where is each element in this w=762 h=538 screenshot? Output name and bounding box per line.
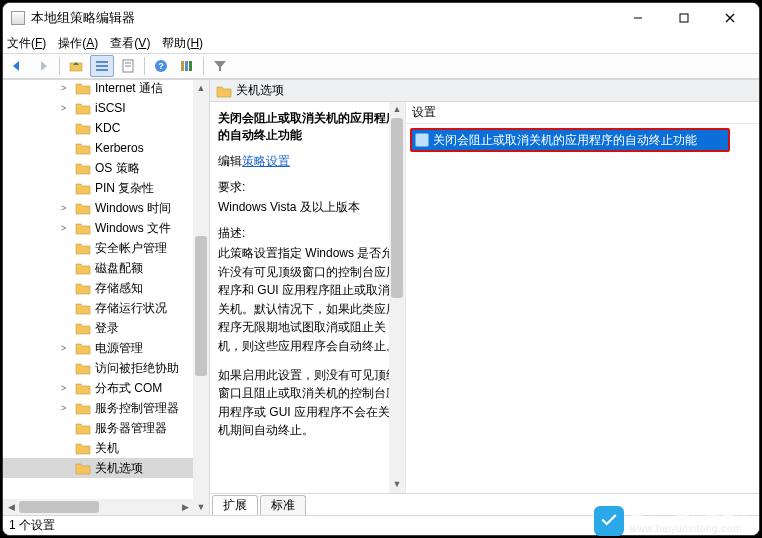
tree-item[interactable]: 存储感知: [3, 278, 209, 298]
status-count: 1 个设置: [9, 517, 55, 534]
scroll-up-icon[interactable]: ▲: [389, 102, 405, 118]
scroll-thumb[interactable]: [391, 118, 403, 298]
minimize-button[interactable]: [615, 4, 661, 32]
scroll-right-icon[interactable]: ▶: [177, 499, 193, 515]
menu-help[interactable]: 帮助(H): [162, 35, 203, 52]
tree-item[interactable]: >服务控制管理器: [3, 398, 209, 418]
tree-item-label: OS 策略: [95, 160, 140, 177]
content-pane: 关机选项 关闭会阻止或取消关机的应用程序的自动终止功能 编辑策略设置 要求: W…: [210, 80, 759, 515]
tree-item-label: 访问被拒绝协助: [95, 360, 179, 377]
toolbar: ?: [3, 53, 759, 79]
tree-item[interactable]: 存储运行状况: [3, 298, 209, 318]
svg-rect-5: [96, 61, 108, 63]
tree-hscrollbar[interactable]: ◀ ▶: [3, 499, 193, 515]
tree-item[interactable]: >Windows 文件: [3, 218, 209, 238]
menu-action[interactable]: 操作(A): [58, 35, 98, 52]
tree-item-label: 分布式 COM: [95, 380, 162, 397]
forward-button[interactable]: [31, 55, 55, 77]
tree-item-label: 服务器管理器: [95, 420, 167, 437]
desc-vscrollbar[interactable]: ▲ ▼: [389, 102, 405, 493]
tab-standard[interactable]: 标准: [260, 495, 306, 515]
options-button[interactable]: [175, 55, 199, 77]
properties-button[interactable]: [116, 55, 140, 77]
tree-pane: >Internet 通信>iSCSIKDCKerberosOS 策略PIN 复杂…: [3, 80, 210, 515]
edit-label: 编辑: [218, 154, 242, 168]
tree-item[interactable]: Kerberos: [3, 138, 209, 158]
tree-item[interactable]: 登录: [3, 318, 209, 338]
close-button[interactable]: [707, 4, 753, 32]
svg-rect-13: [181, 61, 184, 71]
description-p2: 如果启用此设置，则没有可见顶级窗口且阻止或取消关机的控制台应用程序或 GUI 应…: [218, 366, 399, 440]
svg-rect-15: [189, 61, 192, 71]
tree-item[interactable]: KDC: [3, 118, 209, 138]
tree-item-label: 服务控制管理器: [95, 400, 179, 417]
content-header: 关机选项: [210, 80, 759, 102]
scroll-down-icon[interactable]: ▼: [389, 477, 405, 493]
settings-list-pane: 设置 关闭会阻止或取消关机的应用程序的自动终止功能: [405, 102, 759, 493]
tree-item-label: iSCSI: [95, 101, 126, 115]
maximize-button[interactable]: [661, 4, 707, 32]
tree-item-label: KDC: [95, 121, 120, 135]
description-pane: 关闭会阻止或取消关机的应用程序的自动终止功能 编辑策略设置 要求: Window…: [210, 102, 405, 493]
scroll-left-icon[interactable]: ◀: [3, 499, 19, 515]
menu-file[interactable]: 文件(F): [7, 35, 46, 52]
menubar: 文件(F) 操作(A) 查看(V) 帮助(H): [3, 33, 759, 53]
requirements-body: Windows Vista 及以上版本: [218, 198, 399, 217]
settings-list[interactable]: 关闭会阻止或取消关机的应用程序的自动终止功能: [406, 124, 759, 493]
tree-item[interactable]: OS 策略: [3, 158, 209, 178]
chevron-icon[interactable]: >: [61, 403, 73, 413]
tree-vscrollbar[interactable]: ▲ ▼: [193, 80, 209, 515]
setting-row[interactable]: 关闭会阻止或取消关机的应用程序的自动终止功能: [412, 130, 728, 150]
help-button[interactable]: ?: [149, 55, 173, 77]
chevron-icon[interactable]: >: [61, 203, 73, 213]
settings-column-header[interactable]: 设置: [406, 102, 759, 124]
scroll-thumb[interactable]: [19, 501, 99, 513]
window-title: 本地组策略编辑器: [31, 9, 135, 27]
setting-icon: [415, 133, 429, 147]
tree-item[interactable]: >电源管理: [3, 338, 209, 358]
svg-rect-7: [96, 69, 108, 71]
chevron-icon[interactable]: >: [61, 223, 73, 233]
svg-rect-6: [96, 65, 108, 67]
tree-item[interactable]: >Windows 时间: [3, 198, 209, 218]
chevron-icon[interactable]: >: [61, 383, 73, 393]
content-tabs: 扩展 标准: [210, 493, 759, 515]
svg-rect-1: [680, 14, 688, 22]
chevron-icon[interactable]: >: [61, 343, 73, 353]
details-view-button[interactable]: [90, 55, 114, 77]
titlebar: 本地组策略编辑器: [3, 3, 759, 33]
tree-item-label: 存储感知: [95, 280, 143, 297]
svg-rect-14: [185, 61, 188, 71]
chevron-icon[interactable]: >: [61, 103, 73, 113]
tree[interactable]: >Internet 通信>iSCSIKDCKerberosOS 策略PIN 复杂…: [3, 80, 209, 480]
tree-item-label: 安全帐户管理: [95, 240, 167, 257]
tree-item[interactable]: 关机选项: [3, 458, 209, 478]
scroll-down-icon[interactable]: ▼: [193, 499, 209, 515]
app-icon: [11, 11, 25, 25]
tab-extended[interactable]: 扩展: [212, 495, 258, 515]
tree-item[interactable]: >Internet 通信: [3, 80, 209, 98]
setting-row-label: 关闭会阻止或取消关机的应用程序的自动终止功能: [433, 132, 697, 149]
tree-item[interactable]: >iSCSI: [3, 98, 209, 118]
tree-item[interactable]: 安全帐户管理: [3, 238, 209, 258]
policy-settings-link[interactable]: 策略设置: [242, 154, 290, 168]
tree-item-label: Windows 文件: [95, 220, 171, 237]
content-header-label: 关机选项: [236, 82, 284, 99]
tree-item[interactable]: >分布式 COM: [3, 378, 209, 398]
scroll-thumb[interactable]: [195, 236, 207, 376]
folder-up-button[interactable]: [64, 55, 88, 77]
tree-item[interactable]: 磁盘配额: [3, 258, 209, 278]
tree-item[interactable]: 访问被拒绝协助: [3, 358, 209, 378]
menu-view[interactable]: 查看(V): [110, 35, 150, 52]
filter-button[interactable]: [208, 55, 232, 77]
tree-item-label: PIN 复杂性: [95, 180, 154, 197]
scroll-up-icon[interactable]: ▲: [193, 80, 209, 96]
tree-item[interactable]: 服务器管理器: [3, 418, 209, 438]
tree-item[interactable]: 关机: [3, 438, 209, 458]
setting-title: 关闭会阻止或取消关机的应用程序的自动终止功能: [218, 110, 399, 144]
back-button[interactable]: [5, 55, 29, 77]
tree-item-label: 电源管理: [95, 340, 143, 357]
chevron-icon[interactable]: >: [61, 83, 73, 93]
tree-item-label: 存储运行状况: [95, 300, 167, 317]
tree-item[interactable]: PIN 复杂性: [3, 178, 209, 198]
